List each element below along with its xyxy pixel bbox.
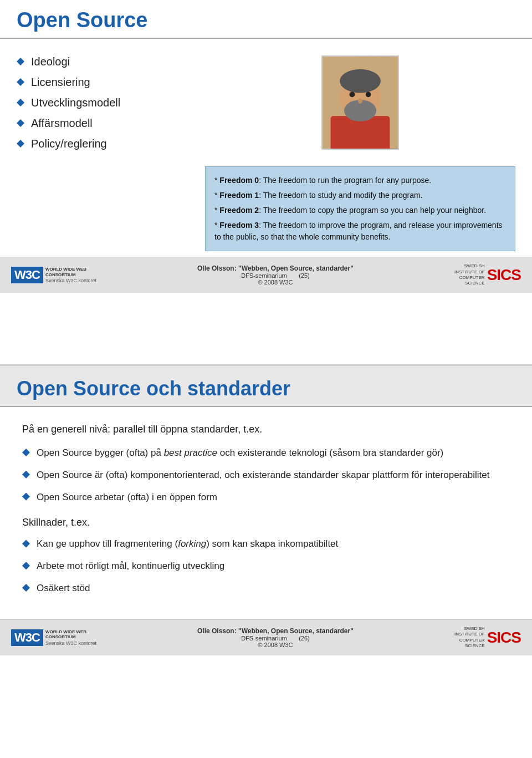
bullet-osaket: Osäkert stöd (22, 582, 510, 595)
svg-point-6 (350, 92, 355, 98)
bullet-licensiering: Licensiering (17, 76, 194, 89)
bullet-icon (22, 471, 30, 479)
footer-right-logo: SWEDISHINSTITUTE OFCOMPUTERSCIENCE SICS (454, 626, 521, 649)
w3c-logo: W3C WORLD WIDE WEBconsortium Svenska W3C… (11, 629, 96, 646)
bullet-komponent-text: Open Source är (ofta) komponentorientera… (37, 469, 489, 482)
slide-1-footer: W3C WORLD WIDE WEBconsortium Svenska W3C… (0, 257, 532, 293)
w3c-consortium-text: WORLD WIDE WEBconsortium (45, 267, 96, 277)
bullet-policy: Policy/reglering (17, 138, 194, 150)
footer-right-logo: SWEDISHINSTITUTE OFCOMPUTERSCIENCE SICS (454, 263, 521, 287)
w3c-svenska-text: Svenska W3C kontoret (45, 278, 96, 283)
bullet-komponent: Open Source är (ofta) komponentorientera… (22, 469, 510, 482)
intro-text: På en generell nivå: parallel till öppna… (22, 424, 510, 435)
sics-text-small: SWEDISHINSTITUTE OFCOMPUTERSCIENCE (454, 626, 485, 649)
bullet-best-practice: Open Source bygger (ofta) på best practi… (22, 446, 510, 460)
bullet-forking-text: Kan ge upphov till fragmentering (forkin… (37, 537, 338, 551)
sics-logo: SWEDISHINSTITUTE OFCOMPUTERSCIENCE SICS (454, 263, 521, 287)
bullet-icon (17, 99, 24, 106)
footer-year: © 2008 W3C (197, 642, 354, 648)
sics-text-small: SWEDISHINSTITUTE OFCOMPUTERSCIENCE (454, 263, 485, 287)
slide-2-body: På en generell nivå: parallel till öppna… (0, 418, 532, 619)
footer-author: Olle Olsson: "Webben, Open Source, stand… (197, 264, 354, 272)
person-photo (321, 55, 399, 150)
slide-1-bullets: Ideologi Licensiering Utvecklingsmodell … (17, 50, 194, 164)
slide-1-left: Ideologi Licensiering Utvecklingsmodell … (17, 50, 194, 251)
footer-seminar-line: DFS-seminarium (26) (197, 635, 354, 642)
slide-2-footer: W3C WORLD WIDE WEBconsortium Svenska W3C… (0, 619, 532, 655)
svg-point-4 (340, 69, 381, 93)
w3c-consortium-text: WORLD WIDE WEBconsortium (45, 629, 96, 640)
sics-label: SICS (487, 629, 521, 647)
freedom-3: * Freedom 3: The freedom to improve the … (214, 220, 506, 243)
w3c-logo: W3C WORLD WIDE WEBconsortium Svenska W3C… (11, 267, 96, 283)
footer-left-logo: W3C WORLD WIDE WEBconsortium Svenska W3C… (11, 267, 96, 283)
slide-1-body: Ideologi Licensiering Utvecklingsmodell … (0, 44, 532, 257)
footer-seminar: DFS-seminarium (241, 272, 287, 279)
slide-2: Open Source och standarder På en generel… (0, 366, 532, 754)
bullet-oppen-form: Open Source arbetar (ofta) i en öppen fo… (22, 491, 510, 504)
footer-left-logo: W3C WORLD WIDE WEBconsortium Svenska W3C… (11, 629, 96, 646)
footer-seminar-line: DFS-seminarium (25) (197, 272, 354, 279)
sics-label: SICS (487, 266, 521, 284)
bullet-icon (22, 449, 30, 456)
footer-author: Olle Olsson: "Webben, Open Source, stand… (197, 627, 354, 635)
bullet-icon (17, 58, 24, 65)
bullet-oppen-form-text: Open Source arbetar (ofta) i en öppen fo… (37, 491, 217, 504)
freedom-1: * Freedom 1: The freedom to study and mo… (214, 190, 506, 201)
bullet-ideologi: Ideologi (17, 55, 194, 68)
bullet-icon (17, 78, 24, 86)
bullet-icon (17, 119, 24, 127)
bullet-icon (22, 584, 30, 592)
footer-center-text: Olle Olsson: "Webben, Open Source, stand… (197, 627, 354, 648)
bullet-best-practice-text: Open Source bygger (ofta) på best practi… (37, 446, 443, 460)
slide-1: Open Source Ideologi Licensiering Utveck… (0, 0, 532, 366)
footer-year: © 2008 W3C (197, 279, 354, 286)
svg-point-8 (358, 98, 362, 104)
svg-point-7 (366, 92, 371, 98)
w3c-box: W3C (11, 629, 43, 646)
bullet-icon (17, 140, 24, 147)
bullet-icon (22, 493, 30, 501)
sics-logo: SWEDISHINSTITUTE OFCOMPUTERSCIENCE SICS (454, 626, 521, 649)
freedom-0: * Freedom 0: The freedom to run the prog… (214, 175, 506, 186)
bullet-icon (22, 562, 30, 569)
bullet-affarsmodell: Affärsmodell (17, 117, 194, 130)
footer-center-text: Olle Olsson: "Webben, Open Source, stand… (197, 264, 354, 286)
bullet-group-2: Kan ge upphov till fragmentering (forkin… (22, 537, 510, 594)
w3c-box: W3C (11, 267, 43, 283)
bullet-rorligt-text: Arbete mot rörligt mål, kontinuerlig utv… (37, 559, 224, 573)
slide-1-title: Open Source (17, 8, 148, 32)
bullet-group-1: Open Source bygger (ofta) på best practi… (22, 446, 510, 503)
slide-2-title: Open Source och standarder (17, 377, 290, 400)
bullet-icon (22, 540, 30, 547)
bullet-osaket-text: Osäkert stöd (37, 582, 90, 595)
footer-seminar: DFS-seminarium (241, 635, 287, 642)
freedom-box: * Freedom 0: The freedom to run the prog… (205, 166, 515, 251)
bullet-forking: Kan ge upphov till fragmentering (forkin… (22, 537, 510, 551)
freedom-2: * Freedom 2: The freedom to copy the pro… (214, 205, 506, 216)
bullet-utvecklingsmodell: Utvecklingsmodell (17, 96, 194, 109)
slide-1-title-bar: Open Source (0, 0, 532, 39)
footer-page: (25) (299, 272, 310, 279)
w3c-svenska-text: Svenska W3C kontoret (45, 640, 96, 646)
section2-label: Skillnader, t.ex. (22, 517, 510, 528)
bullet-rorligt: Arbete mot rörligt mål, kontinuerlig utv… (22, 559, 510, 573)
footer-page: (26) (299, 635, 310, 642)
slide-1-right: * Freedom 0: The freedom to run the prog… (205, 50, 515, 251)
slide-2-title-bar: Open Source och standarder (0, 366, 532, 407)
